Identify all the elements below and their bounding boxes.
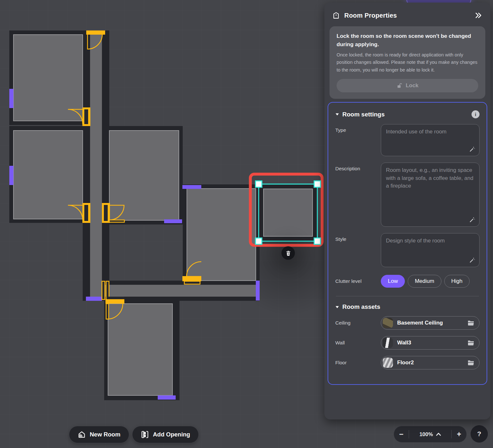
house-plus-icon bbox=[78, 430, 86, 439]
add-opening-button[interactable]: Add Opening bbox=[132, 426, 199, 443]
floor-label: Floor bbox=[335, 360, 381, 366]
opening-marker bbox=[256, 281, 260, 300]
wall-thumbnail bbox=[383, 338, 393, 348]
opening-marker bbox=[182, 185, 201, 189]
add-opening-label: Add Opening bbox=[153, 431, 190, 438]
floor-asset-row: Floor Floor2 bbox=[335, 356, 480, 369]
collapse-panel-button[interactable] bbox=[473, 10, 483, 21]
lock-card: Lock the room so the room scene won't be… bbox=[330, 26, 485, 99]
info-icon[interactable]: i bbox=[472, 110, 480, 118]
zoom-in-button[interactable]: + bbox=[452, 426, 466, 442]
type-label: Type bbox=[335, 124, 381, 156]
floor-thumbnail bbox=[383, 358, 393, 368]
corridor-vertical bbox=[90, 35, 102, 297]
description-field-row: Description bbox=[335, 163, 480, 227]
magic-wand-icon[interactable] bbox=[469, 216, 475, 223]
new-room-label: New Room bbox=[90, 431, 121, 438]
folder-icon[interactable] bbox=[467, 339, 475, 347]
type-input[interactable] bbox=[381, 124, 480, 156]
ceiling-asset-picker[interactable]: Basement Ceiling bbox=[381, 316, 480, 330]
room-settings-title: Room settings bbox=[342, 111, 385, 118]
resize-handle[interactable] bbox=[314, 238, 321, 244]
zoom-control: − 100% + bbox=[394, 426, 467, 443]
settings-container: Room settings i Type Description bbox=[328, 102, 487, 385]
room-top-left bbox=[13, 35, 83, 121]
lock-card-title: Lock the room so the room scene won't be… bbox=[337, 32, 478, 48]
floor-asset-name: Floor2 bbox=[397, 359, 414, 366]
corridor-horizontal bbox=[90, 285, 256, 297]
type-field-row: Type bbox=[335, 124, 480, 156]
style-input[interactable] bbox=[381, 233, 480, 267]
opening-marker bbox=[164, 219, 182, 223]
clutter-option-high[interactable]: High bbox=[444, 275, 470, 288]
selected-room-floor[interactable] bbox=[263, 189, 313, 236]
resize-handle[interactable] bbox=[255, 238, 262, 244]
opening-marker bbox=[158, 395, 176, 400]
floor-asset-picker[interactable]: Floor2 bbox=[381, 356, 480, 369]
resize-handle[interactable] bbox=[255, 181, 262, 187]
style-field-row: Style bbox=[335, 233, 480, 267]
wall-asset-name: Wall3 bbox=[397, 340, 411, 346]
resize-handle[interactable] bbox=[314, 181, 321, 187]
magic-wand-icon[interactable] bbox=[469, 257, 475, 263]
clutter-level-label: Clutter level bbox=[335, 278, 381, 284]
room-properties-panel: Room Properties Lock the room so the roo… bbox=[324, 3, 490, 419]
ceiling-thumbnail bbox=[383, 318, 393, 328]
panel-header: Room Properties bbox=[324, 3, 490, 26]
clutter-option-medium[interactable]: Medium bbox=[408, 275, 441, 288]
trash-icon bbox=[285, 250, 291, 256]
new-room-button[interactable]: New Room bbox=[69, 426, 129, 443]
description-label: Description bbox=[335, 163, 381, 227]
room-bottom bbox=[108, 304, 172, 395]
opening-marker bbox=[9, 166, 13, 185]
magic-wand-icon[interactable] bbox=[469, 146, 475, 152]
ceiling-label: Ceiling bbox=[335, 320, 381, 326]
panel-title: Room Properties bbox=[344, 12, 397, 19]
folder-icon[interactable] bbox=[467, 319, 475, 327]
wall-asset-picker[interactable]: Wall3 bbox=[381, 336, 480, 350]
opening-marker bbox=[9, 89, 13, 108]
room-assets-title: Room assets bbox=[342, 303, 380, 310]
ceiling-asset-row: Ceiling Basement Ceiling bbox=[335, 316, 480, 330]
help-button[interactable]: ? bbox=[471, 425, 488, 443]
lock-button[interactable]: Lock bbox=[337, 79, 478, 92]
description-input[interactable] bbox=[381, 163, 480, 227]
caret-down-icon[interactable] bbox=[335, 113, 339, 116]
room-right-middle bbox=[187, 189, 256, 281]
door-opening-icon bbox=[141, 430, 149, 439]
chevron-up-icon bbox=[436, 433, 441, 436]
clutter-option-low[interactable]: Low bbox=[381, 275, 405, 288]
room-assets-header: Room assets bbox=[335, 303, 480, 310]
caret-down-icon[interactable] bbox=[335, 306, 339, 309]
zoom-level-menu[interactable]: 100% bbox=[409, 431, 451, 437]
clutter-level-row: Clutter level Low Medium High bbox=[335, 275, 480, 288]
lock-card-body: Once locked, the room is ready for direc… bbox=[337, 51, 478, 74]
chevron-double-right-icon bbox=[474, 12, 482, 19]
unlock-icon bbox=[397, 83, 403, 89]
opening-marker bbox=[86, 297, 102, 301]
wall-asset-row: Wall Wall3 bbox=[335, 336, 480, 350]
delete-room-button[interactable] bbox=[281, 246, 295, 260]
room-settings-header: Room settings i bbox=[335, 110, 480, 118]
folder-icon[interactable] bbox=[467, 359, 475, 367]
style-label: Style bbox=[335, 233, 381, 267]
section-divider bbox=[336, 296, 479, 296]
ceiling-asset-name: Basement Ceiling bbox=[397, 320, 443, 326]
room-middle bbox=[109, 131, 179, 220]
room-icon bbox=[332, 12, 340, 20]
wall-label: Wall bbox=[335, 340, 381, 346]
zoom-level-value: 100% bbox=[419, 431, 433, 437]
zoom-out-button[interactable]: − bbox=[394, 426, 409, 442]
lock-button-label: Lock bbox=[406, 82, 419, 89]
